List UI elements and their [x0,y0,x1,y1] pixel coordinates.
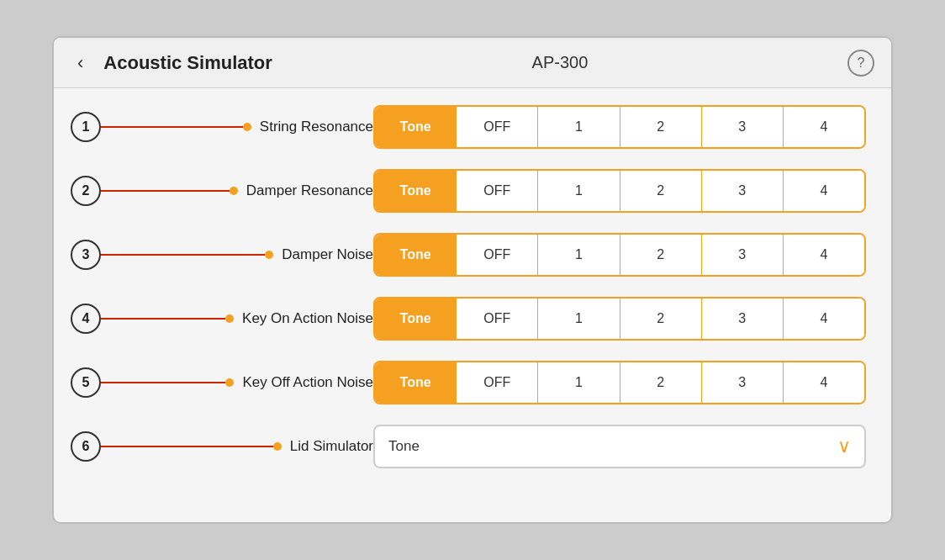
row-label-6: Lid Simulator [290,438,373,455]
dropdown-value: Tone [388,438,420,455]
back-button[interactable]: ‹ [71,49,90,77]
chevron-down-icon: ∨ [837,436,851,457]
option-4-row2[interactable]: 4 [784,171,864,211]
connector-line [101,190,230,192]
content: 1String ResonanceToneOFF12342Damper Reso… [54,88,891,522]
option-3-row5[interactable]: 3 [702,362,784,403]
option-4-row1[interactable]: 4 [784,107,864,147]
option-3-row2[interactable]: 3 [702,171,784,211]
connector-line [101,126,243,128]
option-off-row2[interactable]: OFF [457,171,538,211]
row-number-2: 2 [71,176,101,206]
option-1-row4[interactable]: 1 [538,298,620,339]
option-4-row5[interactable]: 4 [784,362,864,403]
option-4-row4[interactable]: 4 [784,298,864,339]
option-off-row1[interactable]: OFF [457,107,538,147]
table-row: 3Damper NoiseToneOFF1234 [71,225,866,285]
option-4-row3[interactable]: 4 [784,235,864,275]
option-off-row4[interactable]: OFF [457,298,538,339]
option-off-row3[interactable]: OFF [457,235,538,275]
button-group-2: ToneOFF1234 [373,169,866,213]
row-label-3: Damper Noise [282,246,373,263]
help-button[interactable]: ? [847,50,874,77]
option-off-row5[interactable]: OFF [457,362,538,403]
button-group-1: ToneOFF1234 [373,105,866,149]
row-number-6: 6 [71,431,101,462]
header-left: ‹ Acoustic Simulator [71,49,272,77]
row-number-3: 3 [71,240,101,270]
table-row: 4Key On Action NoiseToneOFF1234 [71,288,866,349]
table-row: 2Damper ResonanceToneOFF1234 [71,161,866,221]
row-label-5: Key Off Action Noise [242,374,373,391]
connector-line [101,446,273,447]
row-label-2: Damper Resonance [246,182,373,199]
option-3-row3[interactable]: 3 [702,235,784,275]
status-dot [265,251,273,259]
option-tone-row1[interactable]: Tone [375,107,457,147]
header-model: AP-300 [532,53,589,72]
device-frame: ‹ Acoustic Simulator AP-300 ? 1String Re… [52,36,893,524]
option-2-row1[interactable]: 2 [620,107,702,147]
option-2-row5[interactable]: 2 [620,362,702,403]
status-dot [225,378,234,387]
table-row: 1String ResonanceToneOFF1234 [71,97,866,157]
dropdown-row6[interactable]: Tone∨ [373,425,866,468]
status-dot [230,187,238,195]
row-number-4: 4 [71,304,101,334]
header: ‹ Acoustic Simulator AP-300 ? [54,38,891,88]
page-title: Acoustic Simulator [103,52,272,74]
row-label-1: String Resonance [260,119,373,135]
option-tone-row3[interactable]: Tone [375,235,457,275]
option-1-row2[interactable]: 1 [538,171,620,211]
option-tone-row2[interactable]: Tone [375,171,457,211]
connector-line [101,318,225,320]
option-1-row5[interactable]: 1 [538,362,620,403]
row-number-5: 5 [71,367,101,398]
table-row: 6Lid SimulatorTone∨ [71,416,866,477]
option-2-row2[interactable]: 2 [620,171,702,211]
option-1-row1[interactable]: 1 [538,107,620,147]
status-dot [273,442,282,451]
row-label-4: Key On Action Noise [242,310,373,327]
row-number-1: 1 [71,112,101,142]
option-tone-row5[interactable]: Tone [375,362,457,403]
connector-line [101,254,265,256]
option-2-row3[interactable]: 2 [620,235,702,275]
button-group-4: ToneOFF1234 [373,297,866,341]
option-1-row3[interactable]: 1 [538,235,620,275]
option-3-row4[interactable]: 3 [702,298,784,339]
connector-line [101,382,225,383]
option-2-row4[interactable]: 2 [620,298,702,339]
option-tone-row4[interactable]: Tone [375,298,457,339]
button-group-3: ToneOFF1234 [373,233,866,277]
status-dot [225,314,234,323]
status-dot [243,123,251,131]
button-group-5: ToneOFF1234 [373,361,866,404]
table-row: 5Key Off Action NoiseToneOFF1234 [71,352,866,413]
option-3-row1[interactable]: 3 [702,107,784,147]
